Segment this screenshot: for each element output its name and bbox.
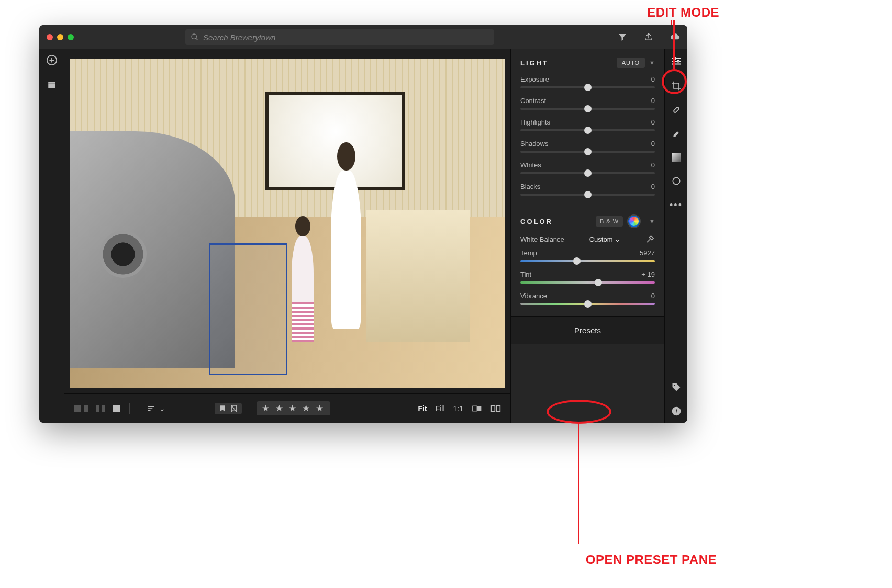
zoom-1to1-button[interactable]: 1:1 — [453, 404, 463, 413]
search-input[interactable]: Search Brewerytown — [185, 29, 494, 45]
main-area: ⌄ ★ ★ ★ ★ ★ Fit Fill 1:1 — [64, 49, 510, 423]
svg-point-0 — [192, 34, 196, 39]
annotation-circle-presets — [547, 400, 611, 424]
edited-photo — [70, 59, 505, 388]
svg-rect-7 — [48, 82, 55, 83]
annotation-circle-edit — [662, 69, 687, 94]
vibrance-slider[interactable]: Vibrance0 — [520, 292, 655, 305]
svg-rect-24 — [672, 153, 681, 162]
svg-text:i: i — [675, 408, 677, 414]
exposure-slider[interactable]: Exposure0 — [520, 75, 655, 88]
chevron-down-icon: ⌄ — [159, 404, 165, 413]
linear-gradient-icon[interactable] — [672, 153, 681, 162]
flag-pick-icon — [219, 405, 226, 412]
tool-rail: ••• i — [664, 49, 687, 423]
square-grid-button[interactable] — [96, 405, 105, 412]
callout-open-preset: OPEN PRESET PANE — [586, 552, 717, 567]
zoom-fit-button[interactable]: Fit — [418, 404, 427, 413]
app-window: Search Brewerytown — [39, 25, 687, 423]
compare-icon[interactable] — [490, 404, 501, 413]
bottom-bar: ⌄ ★ ★ ★ ★ ★ Fit Fill 1:1 — [64, 393, 510, 423]
flag-reject-icon — [230, 405, 238, 412]
callout-edit-mode: EDIT MODE — [647, 5, 719, 20]
window-minimize-button[interactable] — [57, 34, 63, 40]
presets-button[interactable]: Presets — [511, 316, 664, 344]
color-section: COLOR B & W ▼ White Balance Custom ⌄ Tem — [511, 207, 664, 316]
titlebar: Search Brewerytown — [39, 25, 687, 49]
whites-slider[interactable]: Whites0 — [520, 161, 655, 174]
white-balance-label: White Balance — [520, 235, 564, 243]
eyedropper-icon[interactable] — [645, 234, 655, 244]
sort-menu[interactable]: ⌄ — [147, 404, 165, 413]
light-title: LIGHT — [520, 59, 549, 67]
detail-view-button[interactable] — [113, 405, 120, 412]
window-close-button[interactable] — [47, 34, 53, 40]
filter-icon[interactable] — [617, 32, 628, 42]
svg-rect-23 — [673, 107, 679, 113]
svg-rect-13 — [473, 406, 477, 411]
white-balance-select[interactable]: Custom ⌄ — [589, 235, 620, 243]
svg-point-26 — [674, 385, 675, 386]
radial-gradient-icon[interactable] — [671, 176, 682, 186]
light-disclosure-icon[interactable]: ▼ — [649, 60, 655, 66]
highlights-slider[interactable]: Highlights0 — [520, 118, 655, 131]
annotation-line-presets — [578, 424, 579, 544]
svg-rect-5 — [48, 83, 55, 88]
edit-panel: LIGHT AUTO ▼ Exposure0 Contrast0 Highlig… — [510, 49, 664, 423]
search-icon — [191, 33, 199, 41]
shadows-slider[interactable]: Shadows0 — [520, 140, 655, 153]
keywords-icon[interactable] — [671, 382, 682, 392]
svg-rect-16 — [497, 405, 500, 412]
auto-button[interactable]: AUTO — [617, 58, 645, 68]
svg-rect-15 — [492, 405, 495, 412]
svg-line-1 — [196, 38, 197, 40]
tint-slider[interactable]: Tint+ 19 — [520, 270, 655, 284]
add-photos-button[interactable] — [46, 54, 58, 66]
contrast-slider[interactable]: Contrast0 — [520, 97, 655, 110]
bw-button[interactable]: B & W — [596, 216, 623, 227]
rating-stars[interactable]: ★ ★ ★ ★ ★ — [257, 401, 330, 415]
color-title: COLOR — [520, 218, 553, 225]
info-icon[interactable]: i — [671, 406, 682, 416]
grid-view-button[interactable] — [74, 405, 88, 412]
image-viewport[interactable] — [70, 59, 505, 388]
temp-slider[interactable]: Temp5927 — [520, 249, 655, 262]
left-rail — [39, 49, 64, 423]
healing-icon[interactable] — [671, 105, 682, 115]
zoom-fill-button[interactable]: Fill — [436, 404, 445, 413]
svg-point-25 — [673, 177, 679, 184]
svg-point-20 — [677, 60, 679, 62]
cloud-sync-icon[interactable] — [670, 32, 680, 42]
brush-icon[interactable] — [671, 129, 682, 139]
color-disclosure-icon[interactable]: ▼ — [649, 218, 655, 224]
more-icon[interactable]: ••• — [670, 200, 683, 211]
edit-sliders-icon[interactable] — [671, 55, 682, 67]
share-icon[interactable] — [643, 32, 654, 42]
color-mixer-icon[interactable] — [628, 216, 640, 227]
light-section: LIGHT AUTO ▼ Exposure0 Contrast0 Highlig… — [511, 49, 664, 207]
window-zoom-button[interactable] — [68, 34, 74, 40]
show-original-icon[interactable] — [472, 405, 482, 412]
search-placeholder: Search Brewerytown — [203, 33, 275, 42]
annotation-line-edit — [673, 20, 675, 69]
blacks-slider[interactable]: Blacks0 — [520, 183, 655, 196]
flag-controls[interactable] — [215, 403, 242, 414]
my-photos-button[interactable] — [47, 81, 57, 90]
